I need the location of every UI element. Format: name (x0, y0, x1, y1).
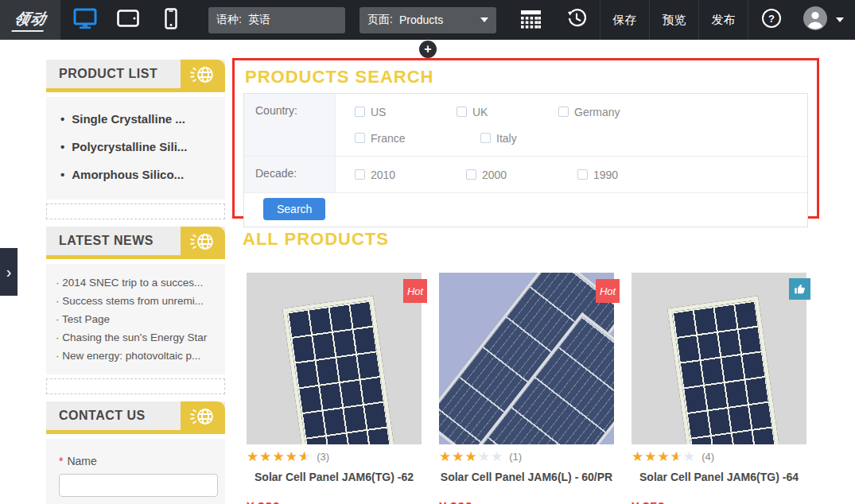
save-button[interactable]: 保存 (600, 0, 649, 40)
star-icon: ★ (439, 450, 452, 463)
decade-checkbox-1990[interactable]: 1990 (577, 169, 618, 181)
phone-view-button[interactable] (157, 6, 185, 33)
product-card[interactable]: Hot ★★★★★ (1) Solar Cell Panel JAM6(L) -… (439, 273, 614, 504)
star-rating-icons: ★★★★★ (632, 450, 696, 463)
product-image[interactable]: Hot (439, 273, 614, 444)
product-rating: ★★★★★ (1) (439, 450, 614, 463)
product-card[interactable]: ★★★★★ (4) Solar Cell Panel JAM6(TG) -64 … (632, 273, 806, 504)
globe-rays-icon (188, 405, 217, 432)
globe-badge[interactable] (181, 227, 225, 259)
desktop-view-button[interactable] (72, 6, 99, 33)
sidebar-product-category-link[interactable]: Amorphous Silico... (56, 161, 219, 188)
publish-button[interactable]: 发布 (699, 0, 748, 40)
solar-panel-photo (247, 273, 422, 444)
currency-symbol: ¥ (247, 500, 254, 504)
price-amount: 350 (642, 500, 664, 504)
product-list-box: Single Crystalline ...Polycrystalline Si… (46, 97, 225, 200)
sidebar-news-link[interactable]: 2014 SNEC trip to a succes... (56, 273, 219, 292)
contact-form: *Name *Email (46, 439, 225, 504)
star-icon: ★ (632, 450, 644, 463)
product-rating: ★★★★★ (4) (632, 450, 806, 463)
country-checkbox-italy[interactable]: Italy (480, 132, 517, 145)
product-price: ¥350 (632, 500, 806, 504)
sidebar-news-link[interactable]: Test Page (56, 310, 219, 328)
star-icon: ★ (683, 450, 696, 463)
chevron-down-icon (836, 17, 844, 22)
account-menu[interactable] (795, 6, 855, 34)
svg-text:?: ? (768, 13, 775, 25)
decade-checkbox-2000[interactable]: 2000 (466, 169, 577, 181)
sidebar-product-category-link[interactable]: Single Crystalline ... (56, 105, 219, 133)
product-card[interactable]: Hot ★★★★★ (3) Solar Cell Panel JAM6(TG) … (247, 273, 422, 504)
product-name[interactable]: Solar Cell Panel JAM6(L) - 60/PR (439, 471, 614, 483)
review-count: (1) (509, 451, 522, 463)
checkbox-label: UK (472, 106, 488, 118)
country-checkbox-us[interactable]: US (355, 106, 457, 118)
name-field[interactable] (59, 474, 218, 497)
star-icon: ★ (247, 450, 259, 463)
page-selector[interactable]: 页面: Products (359, 7, 496, 33)
globe-rays-icon (188, 63, 217, 90)
help-button[interactable]: ? (748, 0, 795, 40)
checkbox-icon (355, 133, 365, 143)
country-label: Country: (244, 94, 336, 156)
device-switcher (72, 6, 185, 33)
toolbar-actions: 保存 预览 发布 ? (507, 0, 855, 40)
tablet-view-button[interactable] (115, 6, 142, 33)
preview-button[interactable]: 预览 (650, 0, 698, 40)
page-sidebar: PRODUCT LIST Single Crystalline ...Polyc… (46, 60, 225, 504)
decade-label: Decade: (244, 157, 336, 192)
product-image[interactable] (632, 273, 806, 444)
country-checkbox-france[interactable]: France (355, 132, 480, 145)
product-cards-row: Hot ★★★★★ (3) Solar Cell Panel JAM6(TG) … (232, 273, 819, 504)
sidebar-news-link[interactable]: New energy: photovoltaic p... (56, 347, 219, 365)
review-count: (4) (701, 451, 714, 463)
product-image[interactable]: Hot (247, 273, 422, 444)
checkbox-icon (466, 169, 476, 180)
price-amount: 220 (257, 500, 279, 504)
solar-panel-photo (632, 273, 806, 444)
sidebar-news-link[interactable]: Success stems from unremi... (56, 292, 219, 310)
grid-layout-button[interactable] (507, 0, 554, 40)
globe-badge[interactable] (181, 60, 225, 92)
history-clock-icon (565, 7, 588, 33)
checkbox-icon (355, 169, 365, 180)
country-checkbox-uk[interactable]: UK (457, 106, 558, 118)
sidebar-product-category-link[interactable]: Polycrystalline Sili... (56, 133, 219, 161)
contact-us-header: CONTACT US (46, 401, 225, 434)
checkbox-icon (480, 133, 491, 143)
empty-widget-placeholder[interactable] (46, 204, 225, 219)
sidebar-news-link[interactable]: Chasing the sun's Energy Star (56, 328, 219, 347)
search-button[interactable]: Search (263, 198, 325, 220)
latest-news-box: 2014 SNEC trip to a succes...Success ste… (46, 264, 225, 374)
products-search-section[interactable]: PRODUCTS SEARCH Country: USUKGermany Fra… (232, 58, 819, 219)
hot-badge: Hot (596, 279, 620, 303)
add-section-button[interactable]: + (419, 41, 437, 58)
history-button[interactable] (554, 0, 600, 40)
country-checkbox-germany[interactable]: Germany (558, 106, 620, 118)
empty-widget-placeholder[interactable] (46, 378, 225, 394)
page-value: Products (399, 14, 443, 26)
decade-checkbox-2010[interactable]: 2010 (355, 169, 466, 181)
product-list-header: PRODUCT LIST (46, 60, 225, 92)
app-logo[interactable]: 领动 (0, 0, 60, 40)
star-icon: ★ (478, 450, 491, 463)
product-price: ¥220 (247, 500, 422, 504)
main-content: + PRODUCTS SEARCH Country: USUKGermany F… (232, 40, 819, 504)
panel-expand-tab[interactable]: › (0, 248, 17, 296)
checkbox-icon (355, 107, 365, 117)
checkbox-label: Germany (574, 106, 620, 118)
product-name[interactable]: Solar Cell Panel JAM6(TG) -62 (247, 471, 422, 483)
solar-panel-graphic (282, 296, 401, 444)
globe-badge[interactable] (181, 401, 225, 434)
checkbox-label: 1990 (593, 169, 618, 181)
star-rating-icons: ★★★★★ (247, 450, 311, 463)
language-selector[interactable]: 语种: 英语 (208, 7, 345, 33)
name-field-label: *Name (59, 455, 212, 467)
star-icon: ★ (658, 450, 670, 463)
star-icon: ★ (298, 450, 311, 463)
checkbox-label: 2010 (371, 169, 395, 181)
user-avatar-icon (803, 6, 828, 34)
star-icon: ★ (670, 450, 683, 463)
product-name[interactable]: Solar Cell Panel JAM6(TG) -64 (632, 471, 806, 483)
